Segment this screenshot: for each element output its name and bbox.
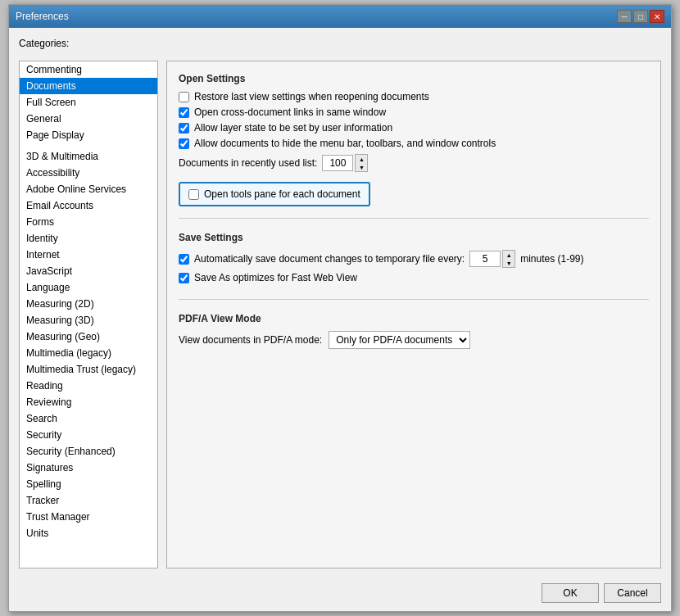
open-tools-pane-highlighted: Open tools pane for each document — [179, 182, 370, 206]
save-settings-section: Save Settings Automatically save documen… — [179, 232, 649, 300]
sidebar-item-security-enhanced[interactable]: Security (Enhanced) — [20, 443, 157, 460]
close-button[interactable]: ✕ — [650, 10, 664, 23]
sidebar-item-page-display[interactable]: Page Display — [20, 127, 157, 143]
sidebar-item-javascript[interactable]: JavaScript — [20, 263, 157, 279]
auto-save-spinner: ▲ ▼ — [469, 250, 515, 268]
categories-label: Categories: — [19, 38, 661, 49]
main-area: Commenting Documents Full Screen General… — [19, 61, 661, 568]
title-bar: Preferences ─ □ ✕ — [9, 5, 671, 28]
sidebar-item-3d-multimedia[interactable]: 3D & Multimedia — [20, 148, 157, 165]
sidebar-item-documents[interactable]: Documents — [20, 78, 157, 94]
sidebar-item-measuring-3d[interactable]: Measuring (3D) — [20, 312, 157, 328]
main-content: Categories: Commenting Documents Full Sc… — [9, 28, 671, 578]
sidebar-item-identity[interactable]: Identity — [20, 230, 157, 247]
allow-layer-state-row: Allow layer state to be set by user info… — [179, 122, 649, 134]
sidebar-item-spelling[interactable]: Spelling — [20, 476, 157, 492]
open-cross-doc-checkbox[interactable] — [179, 107, 189, 118]
sidebar-item-reviewing[interactable]: Reviewing — [20, 394, 157, 410]
save-fast-web-row: Save As optimizes for Fast Web View — [179, 272, 649, 283]
pdfa-mode-select[interactable]: Only for PDF/A documents Never Always — [329, 331, 470, 349]
open-settings-section: Open Settings Restore last view settings… — [179, 73, 649, 219]
allow-hide-menu-label: Allow documents to hide the menu bar, to… — [194, 138, 496, 149]
sidebar-item-adobe-online[interactable]: Adobe Online Services — [20, 181, 157, 197]
recently-used-row: Documents in recently used list: ▲ ▼ — [179, 154, 649, 172]
sidebar-item-forms[interactable]: Forms — [20, 214, 157, 230]
sidebar-item-tracker[interactable]: Tracker — [20, 492, 157, 509]
sidebar-item-security[interactable]: Security — [20, 427, 157, 443]
recently-used-label: Documents in recently used list: — [179, 157, 317, 169]
sidebar-item-reading[interactable]: Reading — [20, 378, 157, 394]
sidebar-item-trust-manager[interactable]: Trust Manager — [20, 509, 157, 525]
auto-save-checkbox[interactable] — [179, 254, 189, 265]
recently-used-spin-down[interactable]: ▼ — [356, 163, 367, 171]
window-title: Preferences — [16, 11, 69, 22]
pdfa-view-section: PDF/A View Mode View documents in PDF/A … — [179, 313, 649, 360]
recently-used-spin-up[interactable]: ▲ — [356, 155, 367, 163]
sidebar-item-multimedia-legacy[interactable]: Multimedia (legacy) — [20, 345, 157, 361]
sidebar-item-search[interactable]: Search — [20, 410, 157, 427]
open-tools-pane-checkbox[interactable] — [188, 189, 199, 200]
categories-sidebar: Commenting Documents Full Screen General… — [19, 61, 158, 568]
recently-used-input[interactable] — [322, 155, 353, 171]
save-fast-web-checkbox[interactable] — [179, 273, 189, 283]
restore-last-view-label: Restore last view settings when reopenin… — [194, 91, 429, 102]
sidebar-item-measuring-geo[interactable]: Measuring (Geo) — [20, 328, 157, 345]
pdfa-title: PDF/A View Mode — [179, 313, 649, 324]
sidebar-item-multimedia-trust[interactable]: Multimedia Trust (legacy) — [20, 361, 157, 378]
open-cross-doc-row: Open cross-document links in same window — [179, 106, 649, 118]
open-tools-pane-label: Open tools pane for each document — [204, 188, 360, 200]
sidebar-item-internet[interactable]: Internet — [20, 247, 157, 263]
recently-used-spinner: ▲ ▼ — [322, 154, 368, 172]
open-cross-doc-label: Open cross-document links in same window — [194, 106, 386, 118]
sidebar-item-measuring-2d[interactable]: Measuring (2D) — [20, 296, 157, 312]
auto-save-input[interactable] — [469, 251, 501, 267]
auto-save-row: Automatically save document changes to t… — [179, 250, 649, 268]
cancel-button[interactable]: Cancel — [604, 583, 661, 603]
auto-save-spin-buttons: ▲ ▼ — [502, 250, 515, 268]
pdfa-label: View documents in PDF/A mode: — [179, 334, 322, 346]
save-fast-web-label: Save As optimizes for Fast Web View — [194, 272, 357, 283]
sidebar-item-signatures[interactable]: Signatures — [20, 460, 157, 476]
auto-save-label: Automatically save document changes to t… — [194, 253, 465, 265]
preferences-window: Preferences ─ □ ✕ Categories: Commenting… — [8, 4, 672, 612]
sidebar-item-email-accounts[interactable]: Email Accounts — [20, 197, 157, 214]
maximize-button[interactable]: □ — [633, 10, 648, 23]
auto-save-spin-down[interactable]: ▼ — [503, 259, 515, 267]
allow-hide-menu-checkbox[interactable] — [179, 138, 189, 149]
allow-layer-state-checkbox[interactable] — [179, 123, 189, 134]
sidebar-item-commenting[interactable]: Commenting — [20, 61, 157, 78]
recently-used-spin-buttons: ▲ ▼ — [355, 154, 368, 172]
save-settings-title: Save Settings — [179, 232, 649, 243]
sidebar-item-full-screen[interactable]: Full Screen — [20, 94, 157, 111]
ok-button[interactable]: OK — [542, 583, 599, 603]
allow-layer-state-label: Allow layer state to be set by user info… — [194, 122, 392, 134]
sidebar-item-language[interactable]: Language — [20, 279, 157, 296]
minimize-button[interactable]: ─ — [617, 10, 632, 23]
dialog-footer: OK Cancel — [9, 578, 671, 611]
sidebar-item-accessibility[interactable]: Accessibility — [20, 165, 157, 181]
settings-panel: Open Settings Restore last view settings… — [166, 61, 661, 568]
sidebar-item-general[interactable]: General — [20, 111, 157, 127]
auto-save-spin-up[interactable]: ▲ — [503, 251, 515, 259]
restore-last-view-row: Restore last view settings when reopenin… — [179, 91, 649, 102]
sidebar-item-units[interactable]: Units — [20, 525, 157, 541]
open-settings-title: Open Settings — [179, 73, 649, 84]
auto-save-suffix: minutes (1-99) — [520, 253, 583, 265]
allow-hide-menu-row: Allow documents to hide the menu bar, to… — [179, 138, 649, 149]
restore-last-view-checkbox[interactable] — [179, 92, 189, 102]
pdfa-dropdown-row: View documents in PDF/A mode: Only for P… — [179, 331, 649, 349]
window-controls: ─ □ ✕ — [617, 10, 664, 23]
